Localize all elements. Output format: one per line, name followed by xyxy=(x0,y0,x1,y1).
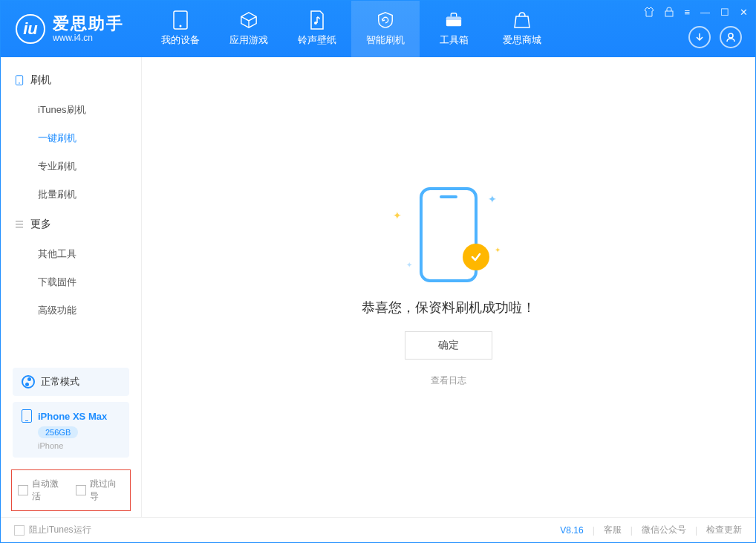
sidebar-item-pro-flash[interactable]: 专业刷机 xyxy=(1,152,141,181)
wechat-link[interactable]: 微信公众号 xyxy=(642,524,686,536)
nav-label: 工具箱 xyxy=(440,33,469,47)
nav-smart-flash[interactable]: 智能刷机 xyxy=(351,1,420,57)
bag-icon xyxy=(513,11,531,29)
cube-icon xyxy=(240,11,258,29)
section-label: 更多 xyxy=(30,218,51,231)
checkbox-icon xyxy=(18,485,28,495)
lock-icon[interactable] xyxy=(665,7,674,19)
ok-button[interactable]: 确定 xyxy=(405,331,492,360)
device-storage: 256GB xyxy=(38,426,78,438)
window-controls: ≡ — ☐ ✕ xyxy=(644,7,748,19)
sidebar-item-download-firmware[interactable]: 下载固件 xyxy=(1,268,141,296)
nav-apps-games[interactable]: 应用游戏 xyxy=(215,1,283,57)
checkbox-icon xyxy=(14,525,25,536)
user-button[interactable] xyxy=(720,26,742,48)
section-more: 更多 xyxy=(1,209,141,240)
main-nav: 我的设备 应用游戏 铃声壁纸 智能刷机 工具箱 爱思商城 xyxy=(146,1,556,57)
sparkle-icon: ✦ xyxy=(488,193,497,205)
options-highlight-box: 自动激活 跳过向导 xyxy=(11,469,131,511)
app-window: iu 爱思助手 www.i4.cn 我的设备 应用游戏 铃声壁纸 智能刷机 xyxy=(0,0,756,543)
sparkle-icon: ✦ xyxy=(393,209,402,221)
mode-box[interactable]: 正常模式 xyxy=(13,368,129,396)
footer: 阻止iTunes运行 V8.16 | 客服 | 微信公众号 | 检查更新 xyxy=(1,517,755,542)
maximize-icon[interactable]: ☐ xyxy=(720,7,729,19)
svg-point-6 xyxy=(729,33,733,38)
block-itunes-checkbox[interactable]: 阻止iTunes运行 xyxy=(14,524,91,536)
header-actions xyxy=(688,26,742,48)
nav-label: 应用游戏 xyxy=(229,33,268,47)
mode-icon xyxy=(22,375,35,388)
check-update-link[interactable]: 检查更新 xyxy=(706,524,742,536)
list-icon xyxy=(14,219,25,230)
device-name: iPhone XS Max xyxy=(38,411,107,422)
device-type: iPhone xyxy=(38,441,120,450)
version-label: V8.16 xyxy=(560,525,583,536)
logo-icon: iu xyxy=(16,14,45,44)
nav-label: 我的设备 xyxy=(161,33,200,47)
sidebar-item-batch-flash[interactable]: 批量刷机 xyxy=(1,181,141,209)
sidebar-item-advanced[interactable]: 高级功能 xyxy=(1,296,141,325)
nav-store[interactable]: 爱思商城 xyxy=(488,1,556,57)
body: 刷机 iTunes刷机 一键刷机 专业刷机 批量刷机 更多 其他工具 下载固件 … xyxy=(1,57,755,517)
sidebar-item-oneclick-flash[interactable]: 一键刷机 xyxy=(1,124,141,152)
section-label: 刷机 xyxy=(30,74,51,87)
shirt-icon[interactable] xyxy=(644,7,654,19)
section-flash: 刷机 xyxy=(1,65,141,96)
minimize-icon[interactable]: — xyxy=(700,7,710,19)
close-icon[interactable]: ✕ xyxy=(740,7,748,19)
support-link[interactable]: 客服 xyxy=(604,524,622,536)
sidebar-item-itunes-flash[interactable]: iTunes刷机 xyxy=(1,96,141,124)
nav-toolbox[interactable]: 工具箱 xyxy=(420,1,488,57)
svg-rect-5 xyxy=(665,11,673,16)
menu-icon[interactable]: ≡ xyxy=(684,7,690,19)
nav-label: 铃声壁纸 xyxy=(298,33,336,47)
checkbox-label: 跳过向导 xyxy=(90,478,125,503)
main-content: ✦ ✦ ✦ ✦ 恭喜您，保资料刷机成功啦！ 确定 查看日志 xyxy=(142,57,755,517)
sparkle-icon: ✦ xyxy=(406,261,412,269)
download-button[interactable] xyxy=(688,26,711,48)
refresh-shield-icon xyxy=(377,11,394,29)
device-icon xyxy=(172,11,189,29)
auto-activate-checkbox[interactable]: 自动激活 xyxy=(18,478,67,503)
titlebar: iu 爱思助手 www.i4.cn 我的设备 应用游戏 铃声壁纸 智能刷机 xyxy=(1,1,755,57)
svg-point-1 xyxy=(180,25,182,27)
device-box[interactable]: iPhone XS Max 256GB iPhone xyxy=(13,402,129,458)
svg-point-8 xyxy=(19,82,20,84)
success-message: 恭喜您，保资料刷机成功啦！ xyxy=(362,299,535,316)
mode-label: 正常模式 xyxy=(41,375,79,388)
view-log-link[interactable]: 查看日志 xyxy=(431,374,466,387)
app-subtitle: www.i4.cn xyxy=(53,33,124,43)
sidebar: 刷机 iTunes刷机 一键刷机 专业刷机 批量刷机 更多 其他工具 下载固件 … xyxy=(1,57,142,517)
checkbox-label: 阻止iTunes运行 xyxy=(29,524,91,536)
svg-point-2 xyxy=(314,22,317,25)
toolbox-icon xyxy=(445,11,463,29)
music-file-icon xyxy=(308,11,326,29)
sparkle-icon: ✦ xyxy=(495,246,501,254)
phone-icon xyxy=(14,75,25,85)
success-illustration: ✦ ✦ ✦ ✦ xyxy=(393,187,504,284)
logo-area: iu 爱思助手 www.i4.cn xyxy=(1,14,139,44)
sidebar-item-other-tools[interactable]: 其他工具 xyxy=(1,240,141,268)
phone-icon xyxy=(22,409,32,423)
nav-label: 爱思商城 xyxy=(503,33,541,47)
skip-wizard-checkbox[interactable]: 跳过向导 xyxy=(76,478,125,503)
nav-my-device[interactable]: 我的设备 xyxy=(146,1,215,57)
svg-rect-4 xyxy=(446,16,461,20)
checkbox-label: 自动激活 xyxy=(32,478,67,503)
check-badge-icon xyxy=(463,244,489,270)
nav-label: 智能刷机 xyxy=(366,33,405,47)
app-title: 爱思助手 xyxy=(53,15,124,33)
checkbox-icon xyxy=(76,485,86,495)
nav-ringtone-wallpaper[interactable]: 铃声壁纸 xyxy=(283,1,351,57)
